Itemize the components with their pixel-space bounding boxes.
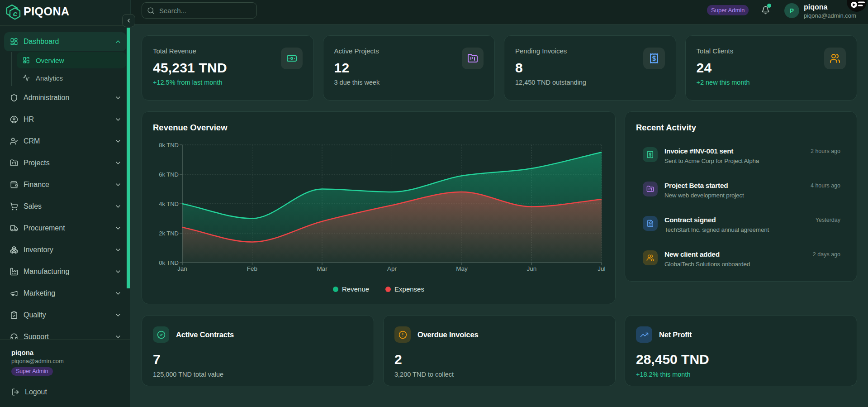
svg-text:Mar: Mar <box>317 265 327 272</box>
svg-text:May: May <box>456 265 468 272</box>
svg-text:Jan: Jan <box>177 265 187 272</box>
svg-text:2k TND: 2k TND <box>159 230 179 237</box>
svg-text:0k TND: 0k TND <box>159 259 179 266</box>
svg-text:c: c <box>13 10 18 18</box>
svg-text:6k TND: 6k TND <box>159 171 179 178</box>
svg-text:Apr: Apr <box>387 265 397 272</box>
svg-text:Jun: Jun <box>527 265 537 272</box>
svg-text:8k TND: 8k TND <box>159 142 179 148</box>
svg-text:Jul: Jul <box>598 265 605 272</box>
svg-text:Feb: Feb <box>247 265 257 272</box>
svg-text:4k TND: 4k TND <box>159 201 179 207</box>
